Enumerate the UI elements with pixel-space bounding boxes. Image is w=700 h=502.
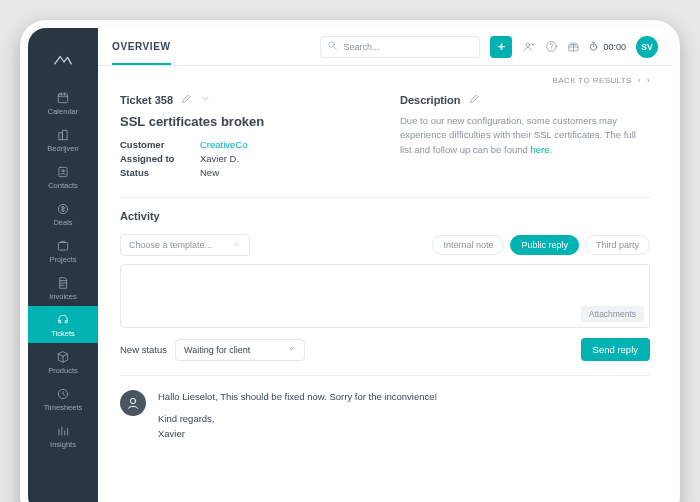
svg-rect-0	[58, 94, 67, 103]
sidebar-label: Deals	[53, 218, 72, 227]
calendar-icon	[55, 91, 71, 105]
sidebar-item-timesheets[interactable]: Timesheets	[28, 380, 98, 417]
headset-icon	[55, 313, 71, 327]
comment-body: Hallo Lieselot, This should be fixed now…	[158, 390, 437, 441]
description-link[interactable]: here	[530, 144, 549, 155]
sidebar-label: Tickets	[51, 329, 74, 338]
chevron-down-icon	[287, 344, 296, 355]
projects-icon	[55, 239, 71, 253]
page-title: OVERVIEW	[112, 41, 171, 52]
sidebar-label: Products	[48, 366, 78, 375]
chevron-down-icon	[232, 240, 241, 251]
topbar: OVERVIEW Search... + 00:00 SV	[98, 28, 672, 66]
sidebar-label: Timesheets	[44, 403, 83, 412]
svg-rect-4	[58, 243, 67, 251]
meta-value-status: New	[200, 167, 219, 178]
svg-point-11	[130, 398, 135, 403]
svg-point-7	[526, 43, 529, 46]
sidebar-item-insights[interactable]: Insights	[28, 417, 98, 454]
sidebar-item-contacts[interactable]: Contacts	[28, 158, 98, 195]
back-to-results-link[interactable]: BACK TO RESULTS	[552, 76, 631, 85]
comment-avatar	[120, 390, 146, 416]
gift-icon[interactable]	[566, 40, 580, 54]
sidebar-label: Contacts	[48, 181, 78, 190]
sidebar-item-deals[interactable]: Deals	[28, 195, 98, 232]
chart-icon	[55, 424, 71, 438]
template-select[interactable]: Choose a template...	[120, 234, 250, 256]
sidebar-item-invoices[interactable]: Invoices	[28, 269, 98, 306]
new-status-select[interactable]: Waiting for client	[175, 339, 305, 361]
ticket-id-label: Ticket 358	[120, 94, 173, 106]
send-reply-button[interactable]: Send reply	[581, 338, 650, 361]
meta-value-customer[interactable]: CreativeCo	[200, 139, 248, 150]
new-status-label: New status	[120, 344, 167, 355]
invoice-icon	[55, 276, 71, 290]
sidebar: Calendar Bedrijven Contacts Deals Projec…	[28, 28, 98, 502]
sidebar-label: Invoices	[49, 292, 77, 301]
template-placeholder: Choose a template...	[129, 240, 212, 250]
meta-key-assigned: Assigned to	[120, 153, 200, 164]
timer[interactable]: 00:00	[588, 41, 626, 52]
ticket-title: SSL certificates broken	[120, 114, 370, 129]
sidebar-label: Insights	[50, 440, 76, 449]
contacts-icon	[55, 165, 71, 179]
activity-label: Activity	[120, 210, 650, 222]
search-icon	[327, 40, 338, 53]
sidebar-item-calendar[interactable]: Calendar	[28, 84, 98, 121]
meta-value-assigned: Xavier D.	[200, 153, 239, 164]
meta-key-status: Status	[120, 167, 200, 178]
search-input[interactable]: Search...	[320, 36, 480, 58]
description-body: Due to our new configuration, some custo…	[400, 114, 650, 157]
svg-point-2	[62, 170, 64, 172]
sidebar-label: Calendar	[48, 107, 78, 116]
reply-editor[interactable]: Attachments	[120, 264, 650, 328]
timer-value: 00:00	[603, 42, 626, 52]
sidebar-item-tickets[interactable]: Tickets	[28, 306, 98, 343]
add-button[interactable]: +	[490, 36, 512, 58]
sidebar-item-projects[interactable]: Projects	[28, 232, 98, 269]
meta-key-customer: Customer	[120, 139, 200, 150]
prev-result-icon[interactable]: ‹	[638, 76, 641, 85]
edit-ticket-icon[interactable]	[181, 93, 192, 106]
description-label: Description	[400, 94, 461, 106]
next-result-icon[interactable]: ›	[647, 76, 650, 85]
search-placeholder: Search...	[343, 42, 379, 52]
building-icon	[55, 128, 71, 142]
deals-icon	[55, 202, 71, 216]
ticket-menu-icon[interactable]	[200, 93, 211, 106]
svg-point-6	[329, 42, 335, 48]
sidebar-label: Bedrijven	[47, 144, 78, 153]
new-status-value: Waiting for client	[184, 345, 250, 355]
tab-public-reply[interactable]: Public reply	[510, 235, 579, 255]
user-avatar[interactable]: SV	[636, 36, 658, 58]
users-icon[interactable]	[522, 40, 536, 54]
box-icon	[55, 350, 71, 364]
attachments-button[interactable]: Attachments	[581, 306, 644, 322]
tab-third-party[interactable]: Third party	[585, 235, 650, 255]
sidebar-item-products[interactable]: Products	[28, 343, 98, 380]
help-icon[interactable]	[544, 40, 558, 54]
sidebar-item-companies[interactable]: Bedrijven	[28, 121, 98, 158]
sidebar-label: Projects	[49, 255, 76, 264]
clock-icon	[55, 387, 71, 401]
app-logo	[49, 48, 77, 76]
tab-internal-note[interactable]: Internal note	[432, 235, 504, 255]
edit-description-icon[interactable]	[469, 93, 480, 106]
